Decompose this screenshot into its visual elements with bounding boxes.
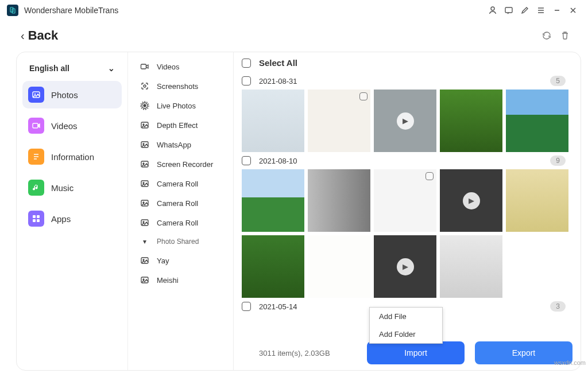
date-checkbox[interactable] [242,76,251,85]
category-label: Music [51,183,74,193]
close-icon[interactable] [565,2,581,18]
source-sidebar: VideosScreenshotsLive PhotosDepth Effect… [128,52,234,370]
source-item[interactable]: Yay [128,251,233,270]
apps-icon [28,211,44,227]
select-all-checkbox[interactable] [242,59,251,68]
svg-rect-8 [37,215,40,218]
svg-point-31 [143,279,144,280]
info-icon [28,149,44,165]
play-icon: ▶ [397,112,414,130]
menu-icon[interactable] [533,2,549,18]
source-item[interactable]: Camera Roll [128,174,233,193]
date-checkbox[interactable] [242,156,251,165]
svg-rect-7 [33,215,36,218]
photo-thumbnail[interactable] [440,235,502,298]
category-sidebar: English all ⌄ PhotosVideosInformationMus… [17,52,128,370]
select-all-label: Select All [259,58,297,68]
language-label: English all [29,64,69,73]
photo-thumbnail[interactable] [308,235,370,298]
photo-thumbnail[interactable] [242,235,304,298]
source-item[interactable]: Videos [128,57,233,76]
image-icon [138,179,151,188]
back-button[interactable]: ‹ Back [21,28,58,43]
svg-point-21 [143,163,144,164]
photo-thumbnail[interactable] [506,169,568,232]
source-item[interactable]: Camera Roll [128,193,233,213]
chevron-left-icon: ‹ [21,29,25,42]
source-item[interactable]: Meishi [128,270,233,290]
date-label: 2021-05-14 [259,302,297,311]
date-label: 2021-08-10 [259,157,297,165]
footer-summary: 3011 item(s), 2.03GB [259,349,330,357]
svg-rect-11 [141,64,146,69]
svg-point-29 [143,259,144,261]
source-label: Camera Roll [157,219,198,227]
category-info[interactable]: Information [22,143,122,170]
svg-rect-9 [33,219,36,222]
source-item[interactable]: Screen Recorder [128,154,233,174]
thumb-checkbox[interactable] [425,172,434,180]
add-folder-menuitem[interactable]: Add Folder [370,325,442,343]
source-item[interactable]: WhatsApp [128,135,233,154]
app-logo [7,5,18,16]
photo-thumbnail[interactable]: ▶ [374,235,436,298]
svg-point-19 [143,143,144,145]
svg-point-12 [144,85,146,87]
photo-thumbnail[interactable] [440,90,502,152]
svg-point-5 [34,94,36,95]
trash-icon[interactable] [556,26,574,45]
source-item[interactable]: Screenshots [128,76,233,96]
photo-thumbnail[interactable] [308,90,370,152]
source-label: Screen Recorder [157,160,213,169]
svg-point-2 [491,7,494,10]
feedback-icon[interactable] [501,2,517,18]
source-label: Camera Roll [157,180,198,188]
live-icon [138,101,151,110]
image-icon [138,140,151,149]
count-badge: 5 [550,76,566,86]
category-apps[interactable]: Apps [22,205,122,232]
source-label: Live Photos [157,102,196,110]
photo-thumbnail[interactable] [242,169,304,232]
photo-thumbnail[interactable] [242,90,304,152]
import-context-menu: Add File Add Folder [369,307,443,344]
source-label: Photo Shared [157,238,199,246]
photo-thumbnail[interactable]: ▶ [374,90,436,152]
source-item[interactable]: Depth Effect [128,115,233,135]
photo-thumbnail[interactable]: ▶ [440,169,502,232]
category-videos[interactable]: Videos [22,112,122,139]
edit-icon[interactable] [517,2,533,18]
import-button[interactable]: Import [367,341,465,364]
add-file-menuitem[interactable]: Add File [370,308,442,325]
image-icon [138,218,151,227]
image-icon [138,275,151,285]
music-icon [28,180,44,196]
refresh-icon[interactable] [537,26,556,45]
svg-point-25 [143,202,144,203]
category-photos[interactable]: Photos [22,81,122,108]
photo-thumbnail[interactable] [308,169,370,232]
back-label: Back [28,28,59,43]
thumb-checkbox[interactable] [359,92,368,100]
chevron-down-icon: ⌄ [108,64,115,73]
photo-thumbnail[interactable] [374,169,436,232]
count-badge: 3 [550,301,566,312]
photo-thumbnail[interactable] [506,90,568,152]
source-label: Videos [157,63,180,71]
app-title: Wondershare MobileTrans [24,6,118,15]
category-label: Videos [51,121,78,131]
source-item[interactable]: Live Photos [128,96,233,115]
minimize-icon[interactable] [549,2,565,18]
source-item[interactable]: Camera Roll [128,213,233,232]
svg-rect-6 [33,123,38,128]
account-icon[interactable] [485,2,501,18]
date-label: 2021-08-31 [259,77,297,85]
content-area: Select All 2021-08-315▶2021-08-109▶▶2021… [234,52,581,370]
source-item[interactable]: ▾Photo Shared [128,232,233,251]
image-icon [138,120,151,130]
category-music[interactable]: Music [22,174,122,201]
date-checkbox[interactable] [242,302,251,311]
image-icon [138,160,151,169]
language-selector[interactable]: English all ⌄ [22,60,122,76]
screenshot-icon [138,81,151,91]
